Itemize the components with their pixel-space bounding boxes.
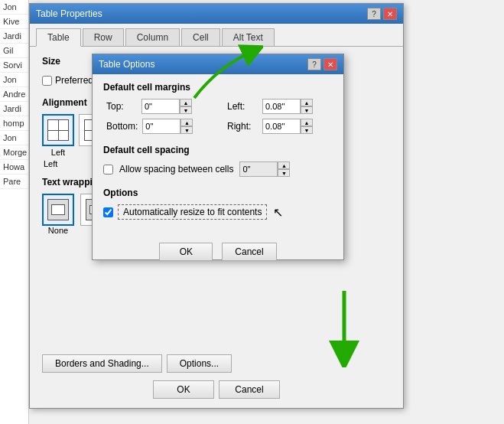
tabs-bar: Table Row Column Cell Alt Text [30,24,403,47]
wrap-none-label: None [48,226,68,235]
wrap-none-icon [47,199,69,220]
tab-alt-text[interactable]: Alt Text [222,28,275,46]
right-margin-field: ▲ ▼ [262,119,313,134]
list-item: Sorvi [0,58,28,73]
bottom-margin-field: ▲ ▼ [142,119,193,134]
auto-resize-checkbox[interactable] [103,207,113,217]
auto-resize-label: Automatically resize to fit contents [118,204,267,220]
bottom-action-buttons: Borders and Shading... Options... [42,354,391,373]
right-up[interactable]: ▲ [301,119,313,126]
cell-spacing-label: Default cell spacing [103,145,333,155]
align-left-wrapper: Left [42,114,74,157]
cell-margins-section: Default cell margins Top: ▲ ▼ Left: [103,82,333,134]
tab-table[interactable]: Table [36,28,81,47]
left-margin-spinners: ▲ ▼ [301,99,313,114]
options-section: Options Automatically resize to fit cont… [103,188,333,220]
tab-cell[interactable]: Cell [181,28,220,46]
list-item: Jon [0,131,28,145]
list-item: Howa [0,160,28,174]
list-item: Jardi [0,102,28,116]
table-options-content: Default cell margins Top: ▲ ▼ Left: [93,74,343,238]
right-margin-input[interactable] [262,119,301,134]
bottom-margin-spinners: ▲ ▼ [180,119,193,134]
table-options-titlebar: Table Options ? ✕ [93,54,343,74]
left-margin-row: Left: ▲ ▼ [227,99,333,114]
left-margin-field: ▲ ▼ [262,99,313,114]
list-item: homp [0,116,28,131]
margin-grid: Top: ▲ ▼ Left: ▲ [106,99,333,134]
right-down[interactable]: ▼ [301,126,313,134]
top-margin-input[interactable] [141,99,180,114]
bottom-area: Borders and Shading... Options... OK Can… [30,354,403,399]
spacing-input[interactable] [239,161,278,177]
list-item: Gil [0,44,28,58]
right-margin-spinners: ▲ ▼ [301,119,313,134]
top-down[interactable]: ▼ [180,106,192,114]
options-button[interactable]: Options... [167,354,232,373]
ok-button[interactable]: OK [153,380,214,399]
topt-ok-button[interactable]: OK [159,243,213,261]
options-label: Options [103,188,333,198]
help-button[interactable]: ? [367,8,381,20]
grid-icon-left [47,119,69,141]
bottom-margin-row: Bottom: ▲ ▼ [106,119,212,134]
right-margin-label: Right: [227,121,258,132]
dialog-title: Table Properties [36,8,102,19]
cell-spacing-section: Default cell spacing Allow spacing betwe… [103,145,333,177]
spacing-up[interactable]: ▲ [278,161,290,169]
list-item: Morge [0,145,28,160]
table-options-buttons: OK Cancel [93,238,343,266]
tab-column[interactable]: Column [125,28,180,46]
dialog-titlebar: Table Properties ? ✕ [30,4,403,24]
topt-cancel-button[interactable]: Cancel [222,243,276,261]
borders-shading-button[interactable]: Borders and Shading... [42,354,162,373]
bottom-down[interactable]: ▼ [180,126,193,134]
list-item: Andre [0,87,28,102]
list-item: Jon [0,73,28,87]
sidebar-list: Jon Kive Jardi Gil Sorvi Jon Andre Jardi… [0,0,29,424]
spacing-row: Allow spacing between cells ▲ ▼ [103,161,333,177]
top-margin-field: ▲ ▼ [141,99,192,114]
wrap-none-wrapper: None [42,194,74,235]
ok-cancel-buttons: OK Cancel [42,380,391,399]
align-left-label: Left [51,148,65,157]
spacing-field: ▲ ▼ [239,161,290,177]
right-margin-row: Right: ▲ ▼ [227,119,333,134]
allow-spacing-checkbox[interactable] [103,165,113,174]
list-item: Jon [0,0,28,15]
bottom-margin-input[interactable] [142,119,180,134]
left-down[interactable]: ▼ [301,106,313,114]
topt-help-button[interactable]: ? [307,58,321,70]
auto-resize-row: Automatically resize to fit contents ↖ [103,204,333,220]
cell-margins-label: Default cell margins [103,82,333,93]
table-options-titlebar-buttons: ? ✕ [307,58,337,70]
wrap-none-visual [51,204,65,215]
top-margin-row: Top: ▲ ▼ [106,99,212,114]
top-margin-label: Top: [106,101,137,112]
spacing-down[interactable]: ▼ [278,169,290,177]
left-up[interactable]: ▲ [301,99,313,106]
preferred-width-checkbox[interactable] [42,76,52,86]
bottom-margin-label: Bottom: [106,121,138,132]
wrap-none-box[interactable] [42,194,74,226]
top-up[interactable]: ▲ [180,99,192,106]
list-item: Kive [0,15,28,29]
tab-row[interactable]: Row [83,28,124,46]
list-item: Pare [0,174,28,189]
topt-close-button[interactable]: ✕ [324,58,337,70]
cursor-icon: ↖ [273,205,283,220]
spacing-spinners: ▲ ▼ [278,161,290,177]
titlebar-buttons: ? ✕ [367,8,397,20]
cancel-button[interactable]: Cancel [219,380,280,399]
left-align-label-text: Left [44,159,57,168]
left-margin-label: Left: [227,101,258,112]
align-left-box[interactable] [42,114,74,146]
left-margin-input[interactable] [262,99,301,114]
bottom-up[interactable]: ▲ [180,119,193,126]
top-margin-spinners: ▲ ▼ [180,99,192,114]
list-item: Jardi [0,29,28,44]
table-options-title: Table Options [99,59,154,70]
close-button[interactable]: ✕ [383,8,397,20]
table-options-dialog: Table Options ? ✕ Default cell margins T… [92,54,344,260]
allow-spacing-label: Allow spacing between cells [119,164,233,174]
